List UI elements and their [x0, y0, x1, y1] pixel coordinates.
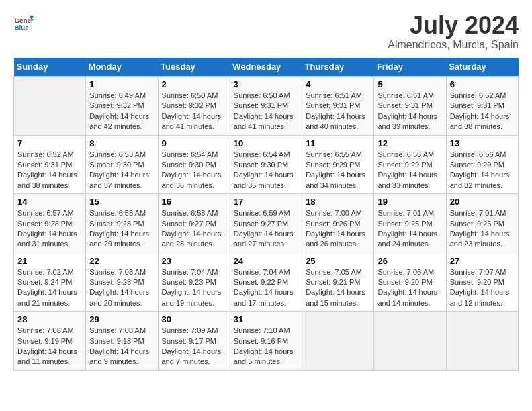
day-cell: 11Sunrise: 6:55 AM Sunset: 9:29 PM Dayli…: [302, 135, 374, 194]
day-info: Sunrise: 7:01 AM Sunset: 9:25 PM Dayligh…: [450, 208, 515, 250]
day-number: 4: [306, 79, 370, 89]
day-info: Sunrise: 7:08 AM Sunset: 9:19 PM Dayligh…: [17, 326, 82, 367]
day-info: Sunrise: 6:50 AM Sunset: 9:31 PM Dayligh…: [234, 91, 298, 132]
day-number: 5: [378, 79, 442, 89]
day-info: Sunrise: 7:09 AM Sunset: 9:17 PM Dayligh…: [162, 326, 226, 367]
day-cell: 31Sunrise: 7:10 AM Sunset: 9:16 PM Dayli…: [230, 312, 302, 371]
day-info: Sunrise: 7:00 AM Sunset: 9:26 PM Dayligh…: [306, 208, 370, 250]
calendar-table: SundayMondayTuesdayWednesdayThursdayFrid…: [13, 58, 519, 371]
logo-icon: General Blue: [13, 13, 34, 34]
day-number: 25: [306, 256, 370, 266]
day-info: Sunrise: 6:58 AM Sunset: 9:28 PM Dayligh…: [89, 208, 154, 250]
calendar-body: 1Sunrise: 6:49 AM Sunset: 9:32 PM Daylig…: [14, 77, 519, 371]
day-cell: 23Sunrise: 7:04 AM Sunset: 9:23 PM Dayli…: [158, 253, 230, 312]
svg-text:Blue: Blue: [15, 24, 30, 31]
day-cell: 25Sunrise: 7:05 AM Sunset: 9:21 PM Dayli…: [302, 253, 374, 312]
day-cell: [302, 312, 374, 371]
day-info: Sunrise: 6:54 AM Sunset: 9:30 PM Dayligh…: [162, 150, 226, 191]
day-info: Sunrise: 6:54 AM Sunset: 9:30 PM Dayligh…: [234, 150, 298, 191]
day-info: Sunrise: 7:08 AM Sunset: 9:18 PM Dayligh…: [89, 326, 154, 367]
day-info: Sunrise: 6:56 AM Sunset: 9:29 PM Dayligh…: [378, 150, 442, 191]
day-cell: 17Sunrise: 6:59 AM Sunset: 9:27 PM Dayli…: [230, 194, 302, 253]
day-info: Sunrise: 7:03 AM Sunset: 9:23 PM Dayligh…: [89, 267, 154, 309]
day-cell: 3Sunrise: 6:50 AM Sunset: 9:31 PM Daylig…: [230, 77, 302, 136]
day-cell: 15Sunrise: 6:58 AM Sunset: 9:28 PM Dayli…: [86, 194, 158, 253]
day-cell: [446, 312, 518, 371]
day-info: Sunrise: 6:52 AM Sunset: 9:31 PM Dayligh…: [17, 150, 82, 191]
day-info: Sunrise: 6:51 AM Sunset: 9:31 PM Dayligh…: [378, 91, 442, 132]
day-info: Sunrise: 6:57 AM Sunset: 9:28 PM Dayligh…: [17, 208, 82, 250]
day-cell: 2Sunrise: 6:50 AM Sunset: 9:32 PM Daylig…: [158, 77, 230, 136]
day-cell: 27Sunrise: 7:07 AM Sunset: 9:20 PM Dayli…: [446, 253, 518, 312]
day-number: 24: [234, 256, 298, 266]
day-number: 11: [306, 138, 370, 148]
day-cell: 24Sunrise: 7:04 AM Sunset: 9:22 PM Dayli…: [230, 253, 302, 312]
day-cell: 28Sunrise: 7:08 AM Sunset: 9:19 PM Dayli…: [14, 312, 86, 371]
day-number: 31: [234, 314, 298, 324]
day-number: 7: [17, 138, 82, 148]
day-cell: 12Sunrise: 6:56 AM Sunset: 9:29 PM Dayli…: [374, 135, 446, 194]
day-cell: 1Sunrise: 6:49 AM Sunset: 9:32 PM Daylig…: [86, 77, 158, 136]
day-cell: 9Sunrise: 6:54 AM Sunset: 9:30 PM Daylig…: [158, 135, 230, 194]
day-info: Sunrise: 6:51 AM Sunset: 9:31 PM Dayligh…: [306, 91, 370, 132]
day-number: 30: [162, 314, 226, 324]
day-info: Sunrise: 6:56 AM Sunset: 9:29 PM Dayligh…: [450, 150, 515, 191]
day-number: 20: [450, 197, 515, 207]
day-number: 13: [450, 138, 515, 148]
location: Almendricos, Murcia, Spain: [388, 39, 519, 51]
day-info: Sunrise: 7:04 AM Sunset: 9:23 PM Dayligh…: [162, 267, 226, 309]
day-cell: [374, 312, 446, 371]
day-number: 18: [306, 197, 370, 207]
day-info: Sunrise: 6:53 AM Sunset: 9:30 PM Dayligh…: [89, 150, 154, 191]
day-number: 16: [162, 197, 226, 207]
day-header-wednesday: Wednesday: [230, 58, 302, 77]
day-number: 29: [89, 314, 154, 324]
day-cell: 21Sunrise: 7:02 AM Sunset: 9:24 PM Dayli…: [14, 253, 86, 312]
day-info: Sunrise: 7:05 AM Sunset: 9:21 PM Dayligh…: [306, 267, 370, 309]
day-info: Sunrise: 6:49 AM Sunset: 9:32 PM Dayligh…: [89, 91, 154, 132]
day-info: Sunrise: 7:10 AM Sunset: 9:16 PM Dayligh…: [234, 326, 298, 367]
day-number: 9: [162, 138, 226, 148]
day-cell: 30Sunrise: 7:09 AM Sunset: 9:17 PM Dayli…: [158, 312, 230, 371]
day-info: Sunrise: 7:01 AM Sunset: 9:25 PM Dayligh…: [378, 208, 442, 250]
logo: General Blue: [13, 13, 34, 34]
day-cell: 8Sunrise: 6:53 AM Sunset: 9:30 PM Daylig…: [86, 135, 158, 194]
week-row-4: 21Sunrise: 7:02 AM Sunset: 9:24 PM Dayli…: [14, 253, 519, 312]
day-cell: 10Sunrise: 6:54 AM Sunset: 9:30 PM Dayli…: [230, 135, 302, 194]
day-cell: 7Sunrise: 6:52 AM Sunset: 9:31 PM Daylig…: [14, 135, 86, 194]
day-number: 1: [89, 79, 154, 89]
day-cell: 16Sunrise: 6:58 AM Sunset: 9:27 PM Dayli…: [158, 194, 230, 253]
day-number: 3: [234, 79, 298, 89]
day-number: 10: [234, 138, 298, 148]
week-row-3: 14Sunrise: 6:57 AM Sunset: 9:28 PM Dayli…: [14, 194, 519, 253]
day-number: 19: [378, 197, 442, 207]
day-cell: 29Sunrise: 7:08 AM Sunset: 9:18 PM Dayli…: [86, 312, 158, 371]
day-cell: 18Sunrise: 7:00 AM Sunset: 9:26 PM Dayli…: [302, 194, 374, 253]
day-header-tuesday: Tuesday: [158, 58, 230, 77]
day-cell: 4Sunrise: 6:51 AM Sunset: 9:31 PM Daylig…: [302, 77, 374, 136]
day-info: Sunrise: 7:04 AM Sunset: 9:22 PM Dayligh…: [234, 267, 298, 309]
day-cell: 14Sunrise: 6:57 AM Sunset: 9:28 PM Dayli…: [14, 194, 86, 253]
day-number: 22: [89, 256, 154, 266]
day-info: Sunrise: 6:55 AM Sunset: 9:29 PM Dayligh…: [306, 150, 370, 191]
day-cell: 22Sunrise: 7:03 AM Sunset: 9:23 PM Dayli…: [86, 253, 158, 312]
page-header: General Blue July 2024 Almendricos, Murc…: [13, 13, 519, 51]
day-number: 12: [378, 138, 442, 148]
day-header-friday: Friday: [374, 58, 446, 77]
day-cell: 20Sunrise: 7:01 AM Sunset: 9:25 PM Dayli…: [446, 194, 518, 253]
day-number: 8: [89, 138, 154, 148]
day-info: Sunrise: 6:52 AM Sunset: 9:31 PM Dayligh…: [450, 91, 515, 132]
day-header-sunday: Sunday: [14, 58, 86, 77]
week-row-1: 1Sunrise: 6:49 AM Sunset: 9:32 PM Daylig…: [14, 77, 519, 136]
day-info: Sunrise: 7:02 AM Sunset: 9:24 PM Dayligh…: [17, 267, 82, 309]
day-cell: 6Sunrise: 6:52 AM Sunset: 9:31 PM Daylig…: [446, 77, 518, 136]
day-number: 26: [378, 256, 442, 266]
week-row-5: 28Sunrise: 7:08 AM Sunset: 9:19 PM Dayli…: [14, 312, 519, 371]
title-block: July 2024 Almendricos, Murcia, Spain: [388, 13, 519, 51]
day-number: 6: [450, 79, 515, 89]
day-cell: 5Sunrise: 6:51 AM Sunset: 9:31 PM Daylig…: [374, 77, 446, 136]
day-number: 2: [162, 79, 226, 89]
calendar-header-row: SundayMondayTuesdayWednesdayThursdayFrid…: [14, 58, 519, 77]
day-header-monday: Monday: [86, 58, 158, 77]
day-number: 15: [89, 197, 154, 207]
